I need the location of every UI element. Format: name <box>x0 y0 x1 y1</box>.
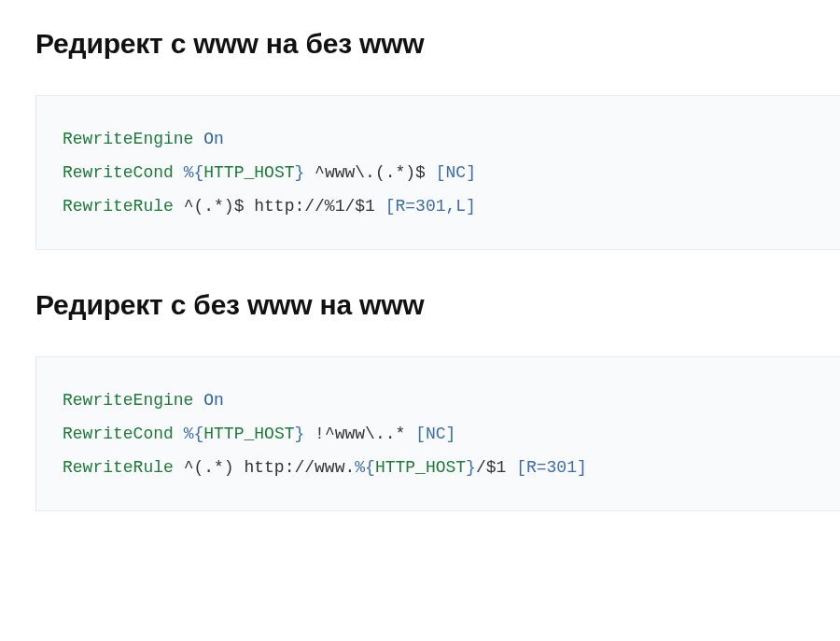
code-directive: RewriteRule <box>63 458 174 477</box>
code-tail: /$1 <box>476 458 516 477</box>
code-flags: [R=301] <box>516 458 587 477</box>
code-pattern: ^www\.(.*)$ <box>304 163 435 182</box>
code-block: RewriteEngine On RewriteCond %{HTTP_HOST… <box>35 95 840 250</box>
code-var-pct: % <box>184 425 194 443</box>
code-directive: RewriteEngine <box>63 130 193 148</box>
code-var-brace: } <box>466 458 476 477</box>
code-value: On <box>203 391 224 410</box>
section-www-to-nowww: Редирект с www на без www RewriteEngine … <box>35 28 840 250</box>
code-var-brace: { <box>193 163 203 182</box>
code-pattern: ^(.*) http://www. <box>174 458 355 477</box>
code-var-brace: } <box>294 163 304 182</box>
code-directive: RewriteRule <box>63 197 174 216</box>
code-var-brace: { <box>365 458 375 477</box>
code-pattern: ^(.*)$ http://%1/$1 <box>174 197 385 216</box>
code-value: On <box>203 130 224 148</box>
code-directive: RewriteCond <box>63 163 174 182</box>
code-directive: RewriteEngine <box>63 391 193 410</box>
code-flags: [NC] <box>436 163 476 182</box>
code-var-name: HTTP_HOST <box>375 458 466 477</box>
code-var-name: HTTP_HOST <box>203 163 294 182</box>
code-var-pct: % <box>355 458 365 477</box>
code-flags: [R=301,L] <box>385 197 476 216</box>
code-var-pct: % <box>184 163 194 182</box>
code-var-brace: } <box>294 425 304 443</box>
section-nowww-to-www: Редирект с без www на www RewriteEngine … <box>35 289 840 511</box>
code-flags: [NC] <box>415 425 455 443</box>
code-block: RewriteEngine On RewriteCond %{HTTP_HOST… <box>35 356 840 511</box>
section-heading: Редирект с без www на www <box>35 289 840 321</box>
code-pattern: !^www\..* <box>304 425 415 443</box>
code-directive: RewriteCond <box>63 425 174 443</box>
code-var-brace: { <box>193 425 203 443</box>
code-var-name: HTTP_HOST <box>203 425 294 443</box>
section-heading: Редирект с www на без www <box>35 28 840 60</box>
